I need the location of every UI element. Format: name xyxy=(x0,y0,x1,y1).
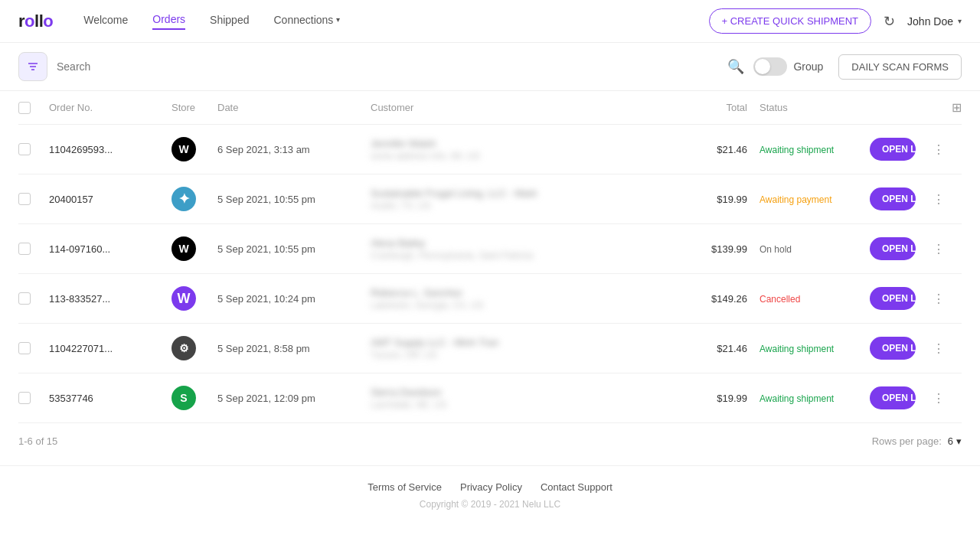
row-checkbox-4[interactable] xyxy=(18,292,31,305)
copyright: Copyright © 2019 - 2021 Nelu LLC xyxy=(15,499,965,510)
col-customer: Customer xyxy=(371,102,671,113)
open-label-button-5[interactable]: OPEN LABEL xyxy=(870,337,916,360)
order-number-5: 1104227071... xyxy=(49,343,172,354)
refresh-icon[interactable]: ↻ xyxy=(884,13,895,30)
col-store: Store xyxy=(172,102,217,113)
row-checkbox-5[interactable] xyxy=(18,342,31,354)
filter-icon xyxy=(27,60,39,73)
more-options-icon-1[interactable]: ⋮ xyxy=(916,142,962,157)
status-badge-2: Awaiting payment xyxy=(760,194,832,205)
row-checkbox-2[interactable] xyxy=(18,193,31,205)
logo: rollo xyxy=(18,11,53,31)
status-cell-6: Awaiting shipment xyxy=(747,392,870,404)
table-row: 1104227071... ⚙ 5 Sep 2021, 8:58 pm AMT … xyxy=(18,324,962,373)
daily-scan-forms-button[interactable]: DAILY SCAN FORMS xyxy=(838,54,962,80)
status-cell-1: Awaiting shipment xyxy=(747,143,870,155)
status-badge-4: Cancelled xyxy=(760,294,800,305)
toolbar: 🔍 Group DAILY SCAN FORMS xyxy=(0,43,980,91)
order-number-1: 1104269593... xyxy=(49,144,172,155)
rows-per-page-select[interactable]: 6 ▾ xyxy=(948,435,962,447)
row-checkbox-1[interactable] xyxy=(18,143,31,155)
store-cell-6: S xyxy=(172,386,217,410)
select-all-checkbox[interactable] xyxy=(18,102,31,114)
rows-per-page: Rows per page: 6 ▾ xyxy=(872,435,962,447)
status-cell-3: On hold xyxy=(747,243,870,255)
contact-link[interactable]: Contact Support xyxy=(541,481,612,493)
customer-name-5: AMT Supply LLC - Minh Tran xyxy=(371,337,671,348)
total-cell-5: $21.46 xyxy=(671,343,747,354)
filter-button[interactable] xyxy=(18,52,47,81)
pagination: 1-6 of 15 Rows per page: 6 ▾ xyxy=(0,423,980,459)
create-quick-shipment-button[interactable]: + CREATE QUICK SHIPMENT xyxy=(709,8,872,34)
total-cell-2: $19.99 xyxy=(671,194,747,205)
table-row: 113-833527... W 5 Sep 2021, 10:24 pm Reb… xyxy=(18,274,962,324)
row-checkbox-6[interactable] xyxy=(18,392,31,404)
customer-addr-1: some address info, WI, US xyxy=(371,151,671,161)
col-order-no: Order No. xyxy=(49,102,172,113)
customer-name-3: Alexa Bailey xyxy=(371,237,671,249)
more-options-icon-6[interactable]: ⋮ xyxy=(916,391,962,406)
orders-table: Order No. Store Date Customer Total Stat… xyxy=(0,91,980,423)
group-toggle[interactable] xyxy=(753,57,787,76)
col-settings: ⊞ xyxy=(916,100,962,115)
date-cell-2: 5 Sep 2021, 10:55 pm xyxy=(217,194,371,205)
footer: Terms of Service Privacy Policy Contact … xyxy=(0,465,980,525)
store-cell-5: ⚙ xyxy=(172,336,217,360)
customer-cell-6: Sierra Davidson Larchdale, NE, US xyxy=(371,386,671,410)
rows-per-page-value: 6 xyxy=(948,435,953,447)
total-cell-3: $139.99 xyxy=(671,243,747,255)
customer-addr-2: Austin, TX, US xyxy=(371,201,671,211)
privacy-link[interactable]: Privacy Policy xyxy=(460,481,522,493)
customer-cell-1: Jennifer Walsh some address info, WI, US xyxy=(371,138,671,161)
store-cell-4: W xyxy=(172,286,217,311)
row-checkbox-3[interactable] xyxy=(18,243,31,255)
more-options-icon-5[interactable]: ⋮ xyxy=(916,341,962,356)
search-input[interactable] xyxy=(57,54,718,79)
nav-welcome[interactable]: Welcome xyxy=(83,14,128,29)
open-label-button-3[interactable]: OPEN LABEL xyxy=(870,237,916,260)
nav-connections[interactable]: Connections ▾ xyxy=(273,14,340,29)
more-options-icon-3[interactable]: ⋮ xyxy=(916,242,962,256)
status-badge-5: Awaiting shipment xyxy=(760,344,834,354)
search-icon[interactable]: 🔍 xyxy=(727,58,744,75)
table-row: 20400157 ✦ 5 Sep 2021, 10:55 pm Sustaina… xyxy=(18,174,962,224)
status-badge-3: On hold xyxy=(760,244,792,255)
date-cell-1: 6 Sep 2021, 3:13 am xyxy=(217,144,371,155)
rows-per-page-label: Rows per page: xyxy=(872,435,942,447)
user-menu[interactable]: John Doe ▾ xyxy=(907,15,962,28)
column-settings-icon[interactable]: ⊞ xyxy=(952,100,962,115)
status-cell-4: Cancelled xyxy=(747,292,870,305)
total-cell-6: $19.99 xyxy=(671,393,747,404)
date-cell-5: 5 Sep 2021, 8:58 pm xyxy=(217,343,371,354)
customer-name-6: Sierra Davidson xyxy=(371,386,671,398)
customer-name-1: Jennifer Walsh xyxy=(371,138,671,149)
customer-name-4: Rebecca L. Sanchez xyxy=(371,287,671,298)
pagination-range: 1-6 of 15 xyxy=(18,435,57,447)
col-total: Total xyxy=(671,102,747,113)
nav-orders[interactable]: Orders xyxy=(152,13,185,30)
customer-cell-5: AMT Supply LLC - Minh Tran Tucson, OR, U… xyxy=(371,337,671,360)
customer-addr-5: Tucson, OR, US xyxy=(371,350,671,360)
open-label-button-6[interactable]: OPEN LABEL xyxy=(870,386,916,409)
col-status: Status xyxy=(747,102,870,113)
more-options-icon-4[interactable]: ⋮ xyxy=(916,292,962,306)
total-cell-4: $149.26 xyxy=(671,293,747,305)
status-badge-6: Awaiting shipment xyxy=(760,393,834,404)
total-cell-1: $21.46 xyxy=(671,144,747,155)
open-label-button-2[interactable]: OPEN LABEL xyxy=(870,187,916,210)
store-icon-1: W xyxy=(172,137,196,161)
rows-per-page-chevron-icon: ▾ xyxy=(956,435,962,447)
open-label-button-4[interactable]: OPEN LABEL xyxy=(870,287,916,310)
footer-links: Terms of Service Privacy Policy Contact … xyxy=(15,481,965,493)
terms-link[interactable]: Terms of Service xyxy=(368,481,442,493)
customer-cell-3: Alexa Bailey Cranburgh, Pennsylvania, Sa… xyxy=(371,237,671,261)
store-icon-4: W xyxy=(172,286,196,311)
date-cell-3: 5 Sep 2021, 10:55 pm xyxy=(217,243,371,255)
order-number-2: 20400157 xyxy=(49,194,172,205)
order-number-6: 53537746 xyxy=(49,393,172,404)
customer-cell-2: Sustainable Frugal Living, LLC - Mark Au… xyxy=(371,187,671,211)
nav-shipped[interactable]: Shipped xyxy=(210,14,249,29)
more-options-icon-2[interactable]: ⋮ xyxy=(916,192,962,207)
customer-addr-3: Cranburgh, Pennsylvania, Saint Patricia xyxy=(371,250,671,261)
open-label-button-1[interactable]: OPEN LABEL xyxy=(870,138,916,161)
